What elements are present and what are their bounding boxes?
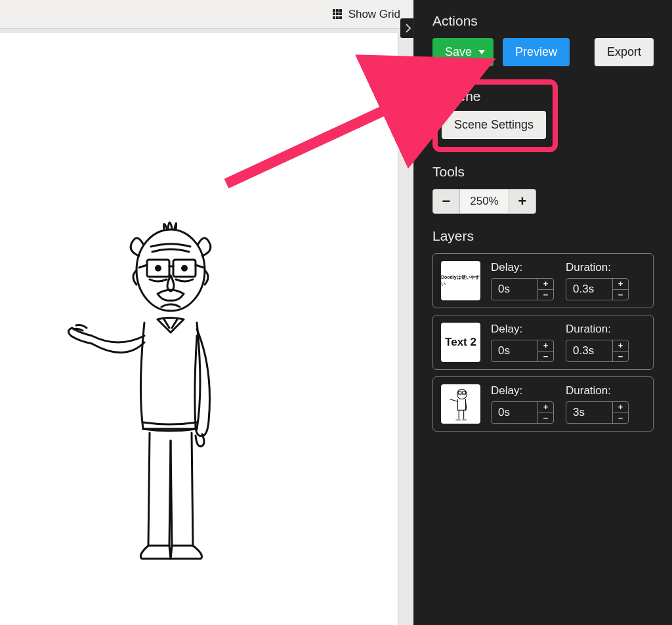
zoom-out-button[interactable]: − xyxy=(432,189,460,214)
layer-duration-value[interactable]: 0.3s xyxy=(566,279,612,300)
scene-title: Scene xyxy=(442,89,546,104)
layer-duration-minus-button[interactable]: − xyxy=(613,413,628,424)
zoom-in-button[interactable]: + xyxy=(509,189,536,214)
scene-highlight-box: Scene Scene Settings xyxy=(432,79,558,152)
scene-settings-button[interactable]: Scene Settings xyxy=(442,111,546,139)
save-button[interactable]: Save xyxy=(432,38,494,66)
save-button-label: Save xyxy=(445,45,472,59)
canvas[interactable] xyxy=(0,33,398,625)
layer-duration-minus-button[interactable]: − xyxy=(613,290,628,300)
preview-button[interactable]: Preview xyxy=(503,38,570,66)
layer-columns: Delay:0s+−Duration:0.3s+− xyxy=(491,323,645,362)
layer-duration-stepper: 0.3s+− xyxy=(566,278,629,300)
zoom-value[interactable]: 250% xyxy=(460,189,509,214)
layer-duration-plusminus: +− xyxy=(612,340,628,361)
layer-duration-plus-button[interactable]: + xyxy=(613,402,628,413)
layer-delay-plusminus: +− xyxy=(537,340,553,361)
layer-columns: Delay:0s+−Duration:0.3s+− xyxy=(491,261,645,300)
layer-duration-label: Duration: xyxy=(566,261,629,274)
layer-thumbnail[interactable]: Text 2 xyxy=(441,323,480,362)
layers-title: Layers xyxy=(432,228,654,244)
oldman-thumb-icon xyxy=(442,386,479,422)
actions-row: Save Preview Export xyxy=(432,38,654,66)
layer-delay-plus-button[interactable]: + xyxy=(538,402,553,413)
layer-columns: Delay:0s+−Duration:3s+− xyxy=(491,384,645,424)
layer-duration-label: Duration: xyxy=(566,384,629,397)
layers-list: Doodlyは使いやすいDelay:0s+−Duration:0.3s+−Tex… xyxy=(432,253,654,432)
layer-duration-value[interactable]: 3s xyxy=(566,402,612,423)
export-button[interactable]: Export xyxy=(595,38,654,66)
layer-row[interactable]: Text 2Delay:0s+−Duration:0.3s+− xyxy=(432,315,654,370)
layer-delay-value[interactable]: 0s xyxy=(492,340,537,361)
layer-duration-plus-button[interactable]: + xyxy=(613,279,628,290)
layer-delay-label: Delay: xyxy=(491,261,554,274)
chevron-right-icon xyxy=(405,24,411,33)
layer-row[interactable]: Delay:0s+−Duration:3s+− xyxy=(432,376,654,432)
layer-delay-value[interactable]: 0s xyxy=(492,279,537,300)
layer-duration-col: Duration:3s+− xyxy=(566,384,629,424)
zoom-stepper: − 250% + xyxy=(432,189,654,214)
svg-point-4 xyxy=(182,266,187,271)
layer-duration-col: Duration:0.3s+− xyxy=(566,261,629,300)
layer-delay-col: Delay:0s+− xyxy=(491,384,554,424)
grid-icon xyxy=(333,9,343,20)
canvas-toolbar: Show Grid xyxy=(0,0,413,29)
layer-duration-minus-button[interactable]: − xyxy=(613,352,628,362)
layer-delay-value[interactable]: 0s xyxy=(492,402,537,423)
layer-duration-stepper: 3s+− xyxy=(566,401,629,424)
tools-title: Tools xyxy=(432,164,654,180)
layer-duration-value[interactable]: 0.3s xyxy=(566,340,612,361)
layer-delay-minus-button[interactable]: − xyxy=(538,352,553,362)
layer-delay-label: Delay: xyxy=(491,384,554,397)
canvas-character-oldman[interactable] xyxy=(66,205,262,575)
layer-delay-plusminus: +− xyxy=(537,279,553,300)
layer-delay-col: Delay:0s+− xyxy=(491,261,554,300)
layer-thumbnail[interactable]: Doodlyは使いやすい xyxy=(441,261,480,300)
layer-delay-stepper: 0s+− xyxy=(491,340,554,362)
layer-delay-minus-button[interactable]: − xyxy=(538,290,553,300)
layer-delay-plusminus: +− xyxy=(537,402,553,423)
layer-delay-label: Delay: xyxy=(491,323,554,336)
layer-delay-minus-button[interactable]: − xyxy=(538,413,553,424)
layer-delay-col: Delay:0s+− xyxy=(491,323,554,362)
layer-duration-plusminus: +− xyxy=(612,402,628,423)
caret-down-icon xyxy=(478,50,485,54)
show-grid-label[interactable]: Show Grid xyxy=(348,8,400,21)
layer-duration-plusminus: +− xyxy=(612,279,628,300)
layer-thumbnail[interactable] xyxy=(441,384,480,424)
layer-duration-col: Duration:0.3s+− xyxy=(566,323,629,362)
svg-rect-7 xyxy=(463,392,466,394)
layer-delay-plus-button[interactable]: + xyxy=(538,340,553,352)
right-panel: Actions Save Preview Export Scene Scene … xyxy=(413,0,672,625)
layer-duration-stepper: 0.3s+− xyxy=(566,340,629,362)
svg-point-3 xyxy=(156,266,161,271)
svg-rect-6 xyxy=(458,392,461,394)
layer-delay-plus-button[interactable]: + xyxy=(538,279,553,290)
canvas-area xyxy=(0,29,400,625)
layer-duration-plus-button[interactable]: + xyxy=(613,340,628,352)
layer-row[interactable]: Doodlyは使いやすいDelay:0s+−Duration:0.3s+− xyxy=(432,253,654,308)
actions-title: Actions xyxy=(432,13,654,29)
layer-delay-stepper: 0s+− xyxy=(491,401,554,424)
layer-delay-stepper: 0s+− xyxy=(491,278,554,300)
layer-duration-label: Duration: xyxy=(566,323,629,336)
